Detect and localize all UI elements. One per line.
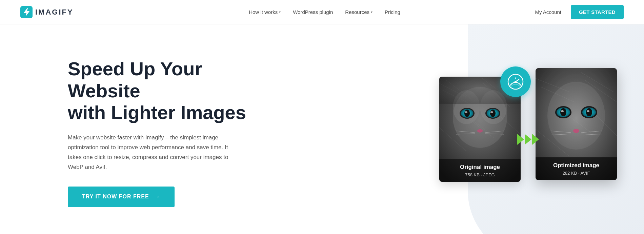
original-image-label: Original image 758 KB · JPEG <box>439 159 521 182</box>
chevron-down-icon: ▾ <box>371 10 373 14</box>
svg-point-26 <box>465 111 467 113</box>
speed-gauge-icon <box>500 66 531 97</box>
chevron-down-icon: ▾ <box>279 10 281 14</box>
hero-description: Make your website faster with Imagify – … <box>68 133 237 172</box>
navbar: IMAGIFY How it works ▾ WordPress plugin … <box>0 0 644 24</box>
hero-content: Speed Up Your Website with Lighter Image… <box>68 58 278 207</box>
svg-point-24 <box>464 110 470 117</box>
get-started-button[interactable]: GET STARTED <box>571 5 624 19</box>
green-arrows-icon <box>517 134 539 145</box>
optimized-image-label: Optimized image 282 KB · AVIF <box>536 157 617 180</box>
svg-point-47 <box>560 108 566 116</box>
nav-how-it-works[interactable]: How it works ▾ <box>249 9 281 15</box>
nav-wordpress-plugin[interactable]: WordPress plugin <box>293 9 333 15</box>
nav-pricing[interactable]: Pricing <box>385 9 400 15</box>
hero-title: Speed Up Your Website with Lighter Image… <box>68 58 278 123</box>
arrow2 <box>525 134 531 145</box>
arrow3 <box>532 134 539 145</box>
nav-resources[interactable]: Resources ▾ <box>345 9 373 15</box>
optimized-image-wrapper: Optimized image 282 KB · AVIF <box>536 78 617 180</box>
svg-point-25 <box>490 110 496 117</box>
logo-text: IMAGIFY <box>35 8 74 17</box>
svg-point-48 <box>586 108 592 116</box>
svg-point-50 <box>587 110 589 112</box>
svg-point-51 <box>573 129 579 133</box>
svg-point-42 <box>547 82 605 150</box>
nav-links: How it works ▾ WordPress plugin Resource… <box>249 9 400 15</box>
svg-point-28 <box>477 129 483 133</box>
logo[interactable]: IMAGIFY <box>20 6 74 18</box>
nav-right: My Account GET STARTED <box>535 5 624 19</box>
original-image-wrapper: Original image 758 KB · JPEG <box>439 77 521 182</box>
my-account-link[interactable]: My Account <box>535 9 561 15</box>
try-free-button[interactable]: TRY IT NOW FOR FREE → <box>68 187 175 207</box>
svg-point-27 <box>490 111 493 113</box>
svg-point-3 <box>515 81 517 83</box>
image-comparison: Original image 758 KB · JPEG <box>439 77 617 182</box>
optimized-image-card: Optimized image 282 KB · AVIF <box>536 68 617 180</box>
svg-point-49 <box>561 110 564 112</box>
arrow1 <box>517 134 524 145</box>
arrow-icon: → <box>154 193 160 200</box>
logo-icon <box>20 6 33 18</box>
arrows-between <box>517 134 539 145</box>
hero-section: Speed Up Your Website with Lighter Image… <box>0 24 644 234</box>
